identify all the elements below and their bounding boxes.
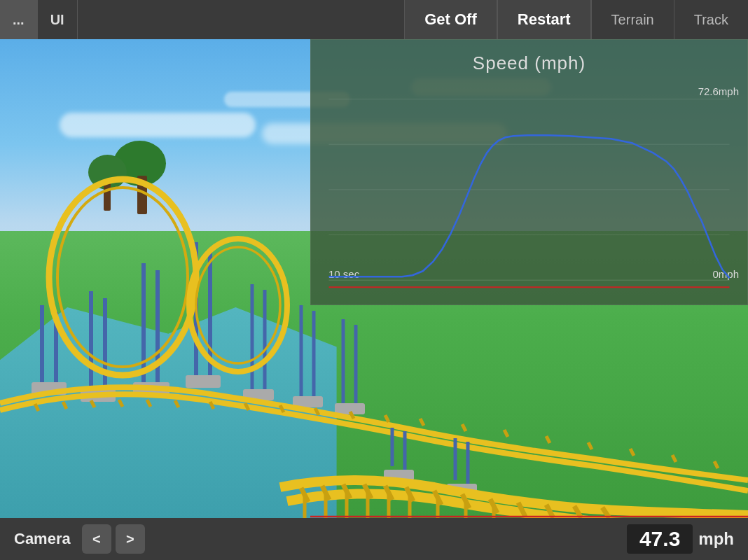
speed-chart: Speed (mph) 72.6mph 10 sec 0mph xyxy=(310,39,748,305)
svg-line-36 xyxy=(385,415,389,422)
svg-line-37 xyxy=(420,419,424,426)
speed-chart-svg xyxy=(311,40,747,304)
svg-line-29 xyxy=(147,400,151,407)
svg-point-23 xyxy=(189,239,287,372)
svg-line-26 xyxy=(63,402,67,409)
svg-line-39 xyxy=(504,430,508,437)
svg-line-30 xyxy=(175,400,179,407)
speed-unit: mph xyxy=(698,529,734,549)
svg-line-25 xyxy=(35,404,39,411)
speed-display: 47.3 mph xyxy=(613,524,748,554)
svg-line-42 xyxy=(630,449,634,456)
restart-button[interactable]: Restart xyxy=(497,0,591,39)
track-button[interactable]: Track xyxy=(674,0,748,39)
camera-next-button[interactable]: > xyxy=(116,524,145,554)
svg-point-21 xyxy=(49,179,196,375)
game-viewport: Speed (mph) 72.6mph 10 sec 0mph xyxy=(0,39,748,518)
camera-controls: Camera < > xyxy=(0,524,152,554)
terrain-button[interactable]: Terrain xyxy=(591,0,674,39)
ui-button[interactable]: UI xyxy=(38,0,78,39)
svg-point-22 xyxy=(57,188,188,367)
svg-line-44 xyxy=(714,461,718,468)
svg-line-43 xyxy=(672,455,676,462)
speed-value: 47.3 xyxy=(627,524,693,554)
bottom-bar: Camera < > 47.3 mph xyxy=(0,518,748,560)
ellipsis-button[interactable]: ... xyxy=(0,0,38,39)
getoff-button[interactable]: Get Off xyxy=(404,0,497,39)
svg-line-40 xyxy=(546,436,550,443)
camera-prev-button[interactable]: < xyxy=(82,524,111,554)
svg-line-41 xyxy=(588,442,592,449)
svg-line-28 xyxy=(119,400,123,407)
top-bar: ... UI Get Off Restart Terrain Track xyxy=(0,0,748,39)
svg-rect-11 xyxy=(186,375,221,388)
svg-line-38 xyxy=(462,424,466,431)
camera-label: Camera xyxy=(7,530,78,548)
